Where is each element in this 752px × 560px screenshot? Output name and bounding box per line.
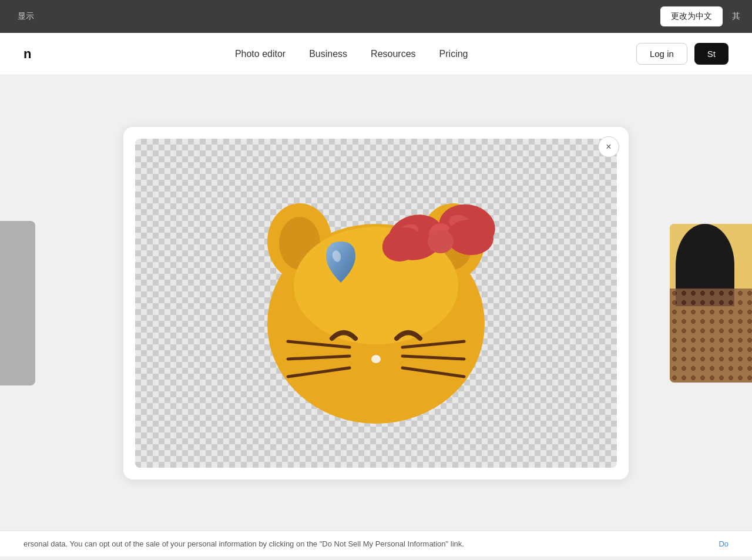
main-content: ×	[0, 75, 752, 531]
spotted-pattern	[670, 289, 752, 383]
image-card: ×	[123, 127, 629, 479]
navbar-logo: n	[24, 46, 31, 62]
emoji-image	[235, 162, 517, 444]
svg-point-6	[371, 355, 381, 363]
top-bar: 显示 更改为中文 其	[0, 0, 752, 33]
navbar-nav: Photo editor Business Resources Pricing	[66, 49, 636, 59]
close-button[interactable]: ×	[598, 136, 619, 157]
checkerboard-background	[135, 139, 617, 468]
nav-pricing[interactable]: Pricing	[439, 49, 468, 59]
change-language-button[interactable]: 更改为中文	[660, 6, 723, 26]
hello-kitty-svg	[241, 168, 511, 438]
nav-photo-editor[interactable]: Photo editor	[235, 49, 286, 59]
right-side-image	[670, 224, 752, 383]
footer: ersonal data. You can opt out of the sal…	[0, 531, 752, 556]
nav-business[interactable]: Business	[309, 49, 347, 59]
start-button[interactable]: St	[694, 43, 728, 65]
right-photo-content	[670, 224, 752, 383]
navbar: n Photo editor Business Resources Pricin…	[0, 33, 752, 75]
nav-resources[interactable]: Resources	[371, 49, 415, 59]
footer-link[interactable]: Do	[719, 539, 728, 548]
navbar-actions: Log in St	[636, 43, 728, 65]
left-side-image	[0, 221, 35, 385]
top-bar-left-text: 显示	[12, 11, 651, 22]
close-icon: ×	[606, 142, 611, 152]
login-button[interactable]: Log in	[636, 43, 687, 65]
svg-point-21	[428, 230, 454, 253]
top-bar-right-text: 其	[732, 11, 740, 22]
footer-text: ersonal data. You can opt out of the sal…	[24, 539, 464, 548]
